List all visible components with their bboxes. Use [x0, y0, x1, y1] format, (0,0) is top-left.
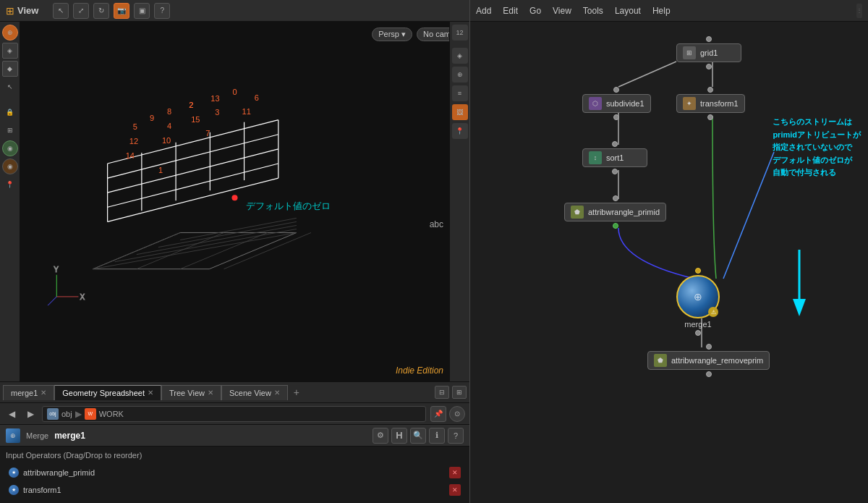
tool-icon-7[interactable]: ◉ — [2, 140, 18, 156]
node-grid1-top-connector — [706, 36, 712, 42]
tab-merge1[interactable]: merge1 ✕ — [3, 385, 54, 400]
input-item-attribwrangle-label: attribwrangle_primid — [23, 468, 95, 477]
op-gear-button[interactable]: ⚙ — [373, 428, 388, 444]
tool-icon-4[interactable]: ↖ — [2, 79, 18, 95]
node-editor-canvas[interactable]: ⊞ grid1 ⬡ subdivide1 ✦ transform1 — [470, 22, 868, 503]
svg-text:10: 10 — [162, 136, 171, 145]
add-tab-button[interactable]: + — [288, 384, 305, 401]
tab-merge1-close[interactable]: ✕ — [41, 389, 46, 397]
vp-right-icon-2[interactable]: ◈ — [452, 48, 468, 64]
tool-icon-2[interactable]: ◈ — [2, 43, 18, 59]
node-merge1[interactable]: ⊕ ⚠ merge1 — [676, 268, 720, 336]
node-attribwrangle-primid-box[interactable]: ⬟ attribwrangle_primid — [564, 203, 666, 221]
node-grid1-box[interactable]: ⊞ grid1 — [676, 43, 741, 62]
svg-line-43 — [42, 297, 56, 305]
persp-dropdown[interactable]: Persp ▾ — [372, 28, 412, 41]
vp-right-icon-5[interactable]: 🖼 — [452, 104, 468, 120]
node-transform1-top-connector — [707, 87, 713, 93]
node-subdivide1-icon: ⬡ — [589, 97, 602, 110]
abc-label: abc — [430, 219, 443, 229]
menu-help[interactable]: Help — [652, 6, 671, 16]
viewport-title: View — [17, 5, 38, 16]
tab-geometry-spreadsheet-close[interactable]: ✕ — [148, 389, 153, 397]
tab-geometry-spreadsheet-label: Geometry Spreadsheet — [62, 389, 145, 397]
op-info-button[interactable]: ℹ — [429, 428, 445, 444]
op-H-button[interactable]: H — [391, 428, 407, 444]
arrow-down-indicator — [785, 246, 814, 321]
input-item-transform1-remove[interactable]: ✕ — [449, 484, 461, 496]
op-help-button[interactable]: ? — [448, 428, 464, 444]
node-subdivide1[interactable]: ⬡ subdivide1 — [582, 87, 651, 120]
tool-icon-1[interactable]: ⊕ — [2, 25, 18, 41]
svg-text:Y: Y — [54, 266, 59, 274]
tab-scene-view[interactable]: Scene View ✕ — [221, 385, 288, 400]
svg-line-3 — [115, 229, 297, 261]
node-merge1-label: merge1 — [684, 320, 711, 329]
tab-scene-view-close[interactable]: ✕ — [274, 389, 280, 397]
node-sort1-label: sort1 — [606, 153, 624, 162]
menu-edit[interactable]: Edit — [503, 6, 518, 16]
camera-tool-icon[interactable]: 📷 — [114, 3, 129, 19]
node-transform1-icon: ✦ — [683, 97, 696, 110]
svg-text:0: 0 — [232, 88, 237, 96]
menu-add[interactable]: Add — [476, 6, 491, 16]
nav-options-button[interactable]: ⊙ — [449, 406, 465, 422]
nav-pin-button[interactable]: 📌 — [430, 406, 446, 422]
node-subdivide1-box[interactable]: ⬡ subdivide1 — [582, 94, 651, 113]
node-attribwrangle-removeprim-icon: ⬟ — [654, 354, 667, 367]
tab-geometry-spreadsheet[interactable]: Geometry Spreadsheet ✕ — [54, 385, 161, 400]
node-merge1-badge: ⚠ — [708, 307, 718, 317]
vp-right-icon-3[interactable]: ⊕ — [452, 67, 468, 83]
svg-line-6 — [180, 218, 297, 240]
tab-tree-view[interactable]: Tree View ✕ — [161, 385, 221, 400]
node-transform1[interactable]: ✦ transform1 — [676, 87, 745, 120]
node-attribwrangle-primid[interactable]: ⬟ attribwrangle_primid — [564, 195, 666, 229]
svg-text:1: 1 — [158, 166, 163, 174]
tool-icon-3[interactable]: ◆ — [2, 61, 18, 77]
svg-text:9: 9 — [150, 114, 154, 122]
nav-back-button[interactable]: ◀ — [4, 407, 19, 421]
tool-icon-5[interactable]: 🔒 — [2, 104, 18, 120]
rotate-tool-icon[interactable]: ↻ — [93, 3, 109, 19]
tool-icon-6[interactable]: ⊞ — [2, 122, 18, 138]
menu-go[interactable]: Go — [529, 6, 541, 16]
render-icon[interactable]: ▣ — [134, 3, 150, 19]
node-sort1[interactable]: ↕ sort1 — [582, 141, 647, 174]
svg-text:12: 12 — [129, 137, 138, 145]
nav-forward-button[interactable]: ▶ — [23, 407, 38, 421]
node-attribwrangle-removeprim-bottom-connector — [706, 371, 712, 377]
tab-split-h-button[interactable]: ⊞ — [452, 386, 467, 399]
svg-text:11: 11 — [242, 107, 251, 116]
svg-text:7: 7 — [205, 129, 210, 138]
menu-layout[interactable]: Layout — [615, 6, 641, 16]
input-item-attribwrangle-remove[interactable]: ✕ — [449, 467, 461, 478]
node-attribwrangle-removeprim-box[interactable]: ⬟ attribwrangle_removeprim — [647, 351, 770, 370]
vp-right-icon-4[interactable]: ≡ — [452, 85, 468, 101]
node-grid1[interactable]: ⊞ grid1 — [676, 36, 741, 69]
menu-tools[interactable]: Tools — [583, 6, 603, 16]
tool-icon-8[interactable]: ◉ — [2, 158, 18, 174]
right-panel: Add Edit Go View Tools Layout Help ⋮ — [470, 0, 868, 503]
node-attribwrangle-removeprim-top-connector — [706, 344, 712, 350]
vp-right-icon-1[interactable]: 12 — [452, 25, 468, 41]
menu-view[interactable]: View — [553, 6, 571, 16]
help-icon[interactable]: ? — [154, 3, 170, 19]
operator-name-label: merge1 — [54, 431, 85, 441]
select-tool-icon[interactable]: ↖ — [53, 3, 69, 19]
input-item-transform1[interactable]: ★ transform1 ✕ — [6, 481, 464, 499]
right-edge-handle[interactable]: ⋮ — [856, 4, 862, 18]
input-item-attribwrangle[interactable]: ★ attribwrangle_primid ✕ — [6, 464, 464, 481]
node-sort1-box[interactable]: ↕ sort1 — [582, 148, 647, 167]
nav-path[interactable]: obj obj ▶ W WORK — [42, 406, 426, 422]
move-tool-icon[interactable]: ⤢ — [73, 3, 89, 19]
tab-tree-view-close[interactable]: ✕ — [208, 389, 213, 397]
node-attribwrangle-removeprim[interactable]: ⬟ attribwrangle_removeprim — [647, 344, 770, 377]
tab-split-v-button[interactable]: ⊟ — [435, 386, 449, 399]
vp-right-icon-6[interactable]: 📍 — [452, 123, 468, 139]
node-transform1-box[interactable]: ✦ transform1 — [676, 94, 745, 113]
op-search-button[interactable]: 🔍 — [410, 428, 426, 444]
tool-icon-9[interactable]: 📍 — [2, 177, 18, 193]
node-attribwrangle-removeprim-label: attribwrangle_removeprim — [671, 356, 763, 365]
input-item-transform1-icon: ★ — [9, 485, 19, 495]
nav-separator: ▶ — [75, 409, 82, 419]
